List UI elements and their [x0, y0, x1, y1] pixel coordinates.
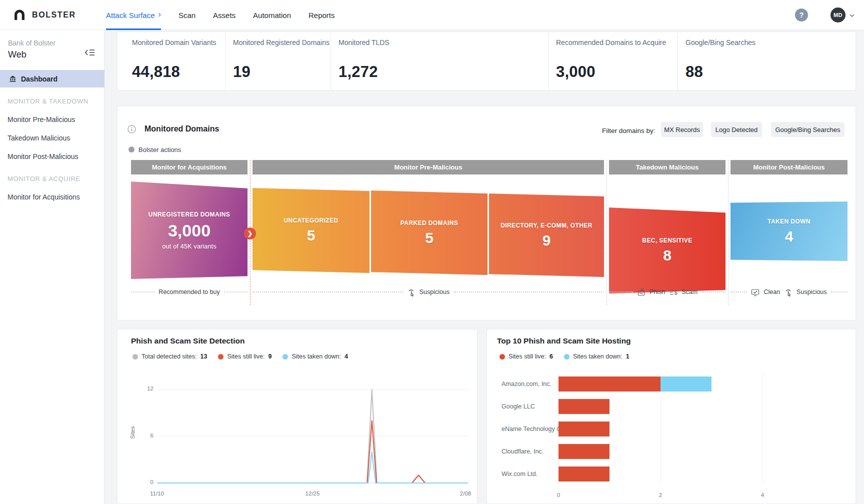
sidebar-section-monitor-acquire: MONITOR & ACQUIRE [8, 175, 80, 182]
funnel-segment-bec-sensitive[interactable]: BEC, SENSITIVE 8 [609, 208, 726, 294]
bolster-actions-label: Bolster actions [138, 146, 181, 154]
y-tick-0: 0 [140, 479, 154, 485]
legend-sites-still-live: Sites still live: 9 [218, 353, 272, 360]
chart-title: Top 10 Phish and Scam Site Hosting [497, 336, 631, 346]
help-button[interactable]: ? [795, 8, 808, 22]
funnel-footer-post-malicious: Clean Suspicious [730, 286, 848, 298]
suspicious-tap-icon [407, 288, 416, 296]
dotted-line [131, 292, 154, 292]
sidebar-section-monitor-takedown: MONITOR & TAKEDOWN [8, 98, 88, 105]
chevron-right-icon: › [158, 10, 161, 19]
funnel-segment-uncategorized[interactable]: UNCATEGORIZED 5 [252, 188, 370, 273]
divider [728, 160, 728, 305]
funnel-segment-parked-domains[interactable]: PARKED DOMAINS 5 [371, 190, 488, 275]
nav-scan[interactable]: Scan [178, 0, 196, 30]
legend-total-detected: Total detected sites: 13 [132, 353, 207, 360]
dotted-line [702, 292, 726, 292]
bank-icon [9, 75, 16, 82]
divider [678, 32, 678, 90]
funnel-header-monitor-pre-malicious: Monitor Pre-Malicious [252, 160, 604, 174]
funnel-footer-acquisitions: Recommended to buy [131, 286, 248, 298]
filter-label: Filter domains by: [602, 127, 656, 134]
live-bar [558, 466, 610, 482]
sidebar-item-monitor-for-acquisitions[interactable]: Monitor for Acquisitions [8, 193, 80, 201]
clean-monitor-icon [751, 288, 760, 296]
legend-dot [282, 354, 288, 360]
top-nav: BOLSTER Attack Surface› Scan Assets Auto… [0, 0, 864, 30]
live-bar [558, 444, 610, 459]
info-icon[interactable] [128, 125, 136, 134]
dotted-line [224, 292, 248, 292]
taken-down-bar [660, 376, 712, 392]
funnel-header-takedown-malicious: Takedown Malicious [609, 160, 726, 174]
dotted-line [730, 292, 747, 292]
funnel-segment-directory-ecomm-other[interactable]: DIRECTORY, E-COMM, OTHER 9 [489, 194, 604, 277]
x-tick-1110: 11/10 [142, 490, 172, 496]
bar-row-amazon: Amazon.com, Inc. [487, 376, 856, 392]
funnel-footer-pre-malicious: Suspicious [252, 286, 604, 298]
divider [330, 32, 331, 90]
legend-sites-still-live: Sites still live: 6 [500, 353, 553, 360]
top-hosting-card: Top 10 Phish and Scam Site Hosting Sites… [486, 329, 856, 504]
filter-logo-detected[interactable]: Logo Detected [711, 122, 762, 137]
sidebar-item-monitor-post-malicious[interactable]: Monitor Post-Malicious [8, 152, 78, 160]
scam-icon: $ [669, 288, 678, 296]
phish-icon [637, 288, 646, 296]
funnel-header-monitor-for-acquisitions: Monitor for Acquisitions [131, 160, 248, 174]
funnel-segment-taken-down[interactable]: TAKEN DOWN 4 [730, 202, 848, 261]
legend-dot [218, 354, 224, 360]
chart-legend: Sites still live: 6 Sites taken down: 1 [500, 353, 630, 360]
monitored-domains-card: Monitored Domains Filter domains by: MX … [117, 106, 856, 320]
legend-sites-taken-down: Sites taken down: 1 [564, 353, 630, 360]
nav-automation[interactable]: Automation [253, 0, 291, 30]
live-bar [558, 422, 610, 436]
bar-row-clo udflare: Cloudflare, Inc. [487, 444, 856, 459]
live-bar [558, 399, 610, 414]
x-tick-4: 4 [755, 492, 770, 498]
sidebar-item-dashboard[interactable]: Dashboard [0, 70, 104, 88]
y-axis-label: Sites [130, 422, 136, 442]
filter-mx-records[interactable]: MX Records [661, 122, 703, 137]
stats-summary-card: Monitored Domain Variants 44,818 Monitor… [117, 32, 856, 90]
sidebar-item-takedown-malicious[interactable]: Takedown Malicious [8, 134, 70, 142]
brand-name: BOLSTER [32, 0, 76, 30]
y-tick-12: 12 [140, 386, 154, 392]
x-tick-1225: 12/25 [298, 490, 328, 496]
bar-row-google: Google LLC [487, 399, 856, 414]
funnel-arrow-button[interactable]: ❯ [244, 228, 256, 240]
chevron-down-icon[interactable] [850, 13, 854, 18]
nav-reports[interactable]: Reports [308, 0, 335, 30]
user-avatar[interactable]: MD [830, 8, 846, 22]
bolster-actions-dot [128, 146, 134, 152]
nav-assets[interactable]: Assets [213, 0, 236, 30]
divider [606, 160, 607, 305]
svg-text:$: $ [674, 290, 678, 296]
sidebar-collapse-icon[interactable] [84, 48, 96, 57]
legend-dot [132, 354, 138, 360]
phish-scam-detection-card: Phish and Scam Site Detection Total dete… [117, 329, 478, 504]
sidebar-item-monitor-pre-malicious[interactable]: Monitor Pre-Malicious [8, 116, 75, 124]
nav-attack-surface[interactable]: Attack Surface› [106, 0, 161, 30]
dotted-line [454, 292, 604, 292]
bolster-logo-icon [12, 8, 27, 22]
funnel-header-monitor-post-malicious: Monitor Post-Malicious [730, 160, 848, 174]
sidebar: Bank of Bolster Web Dashboard MONITOR & … [0, 30, 104, 504]
sidebar-item-label: Dashboard [21, 75, 58, 83]
org-name: Bank of Bolster [8, 39, 56, 47]
detection-line-chart [157, 389, 468, 484]
domains-funnel: Monitor for Acquisitions Monitor Pre-Mal… [118, 160, 856, 321]
divider [548, 32, 549, 90]
divider [225, 32, 226, 90]
legend-dot [564, 354, 570, 360]
funnel-segment-unregistered-domains[interactable]: UNREGISTERED DOMAINS 3,000 out of 45K va… [131, 182, 248, 279]
legend-dot [500, 354, 505, 360]
main-nav: Attack Surface› Scan Assets Automation R… [106, 0, 335, 30]
suspicious-tap-icon [784, 288, 792, 296]
dotted-line [831, 292, 848, 292]
bar-row-wix: Wix.com Ltd. [487, 466, 856, 482]
dotted-line [609, 292, 633, 292]
funnel-footer-takedown: Phish $ Scam [609, 286, 726, 298]
dotted-line [252, 292, 403, 292]
workspace-name: Web [8, 50, 26, 60]
filter-google-bing-searches[interactable]: Google/Bing Searches [771, 122, 844, 137]
